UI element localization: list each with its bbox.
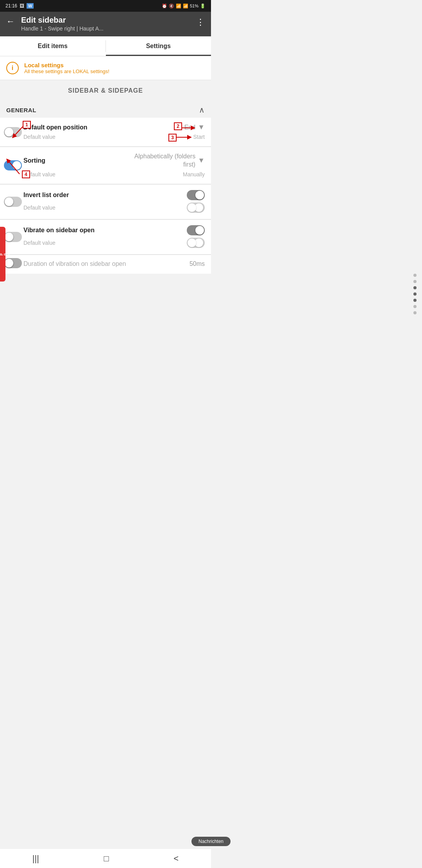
status-right: ⏰ 🔇 📶 📶 51% 🔋 (162, 4, 206, 9)
wifi-icon: 📶 (176, 4, 181, 9)
annotation-4: 4 (22, 170, 30, 178)
mute-icon: 🔇 (169, 4, 174, 9)
battery-display: 51% (190, 4, 198, 8)
photo-icon: 🖼 (20, 3, 24, 9)
toggle-right-invert-list-order[interactable] (187, 190, 205, 200)
annotation-3: 3 (168, 134, 177, 142)
w-icon: W (27, 3, 34, 9)
group-header-general: GENERAL ∧ (0, 100, 211, 118)
setting-label-sorting: Sorting (23, 157, 45, 164)
more-options-button[interactable]: ⋮ (196, 17, 205, 27)
setting-value-vibration-duration: 50ms (190, 260, 205, 267)
handle-label: Apps (0, 253, 11, 256)
toggle-vibrate[interactable] (4, 232, 22, 242)
default-toggle-vibrate (187, 238, 205, 248)
setting-value-default-open-position: End (184, 124, 195, 131)
toggle-default-open-position[interactable] (4, 127, 22, 137)
info-icon: i (6, 62, 19, 74)
local-settings-title: Local settings (24, 62, 109, 68)
default-label-open-position: Default value (23, 134, 55, 140)
annotation-2: 2 (174, 122, 182, 130)
status-bar: 21:16 🖼 W ⏰ 🔇 📶 📶 51% 🔋 (0, 0, 211, 12)
tab-settings[interactable]: Settings (106, 36, 211, 56)
section-header: SIDEBAR & SIDEPAGE (0, 80, 211, 100)
group-label: GENERAL (6, 107, 36, 113)
setting-value-sorting: Alphabetically (folders first) (125, 152, 195, 169)
battery-icon: 🔋 (200, 4, 206, 9)
default-label-vibrate: Default value (23, 240, 55, 246)
setting-row-invert-list-order: Invert list order Default value (0, 184, 211, 219)
back-button[interactable]: ← (6, 16, 15, 27)
setting-row-vibrate: Vibrate on sidebar open Default value (0, 219, 211, 255)
status-left: 21:16 🖼 W (5, 3, 34, 9)
dropdown-arrow-sorting-icon[interactable]: ▼ (198, 156, 205, 165)
alarm-icon: ⏰ (162, 4, 167, 9)
setting-label-invert-list-order: Invert list order (23, 192, 69, 199)
toggle-right-vibrate[interactable] (187, 225, 205, 235)
setting-row-sorting: Sorting Alphabetically (folders first) ▼… (0, 147, 211, 184)
local-settings-subtitle: All these settings are LOKAL settings! (24, 68, 109, 74)
app-bar-title: Edit sidebar (21, 16, 104, 25)
time-display: 21:16 (5, 3, 17, 9)
tab-edit-items[interactable]: Edit items (0, 36, 106, 56)
local-settings-banner: i Local settings All these settings are … (0, 56, 211, 80)
setting-row-default-open-position: Default open position End ▼ Default valu… (0, 118, 211, 147)
dropdown-arrow-icon[interactable]: ▼ (198, 123, 205, 131)
app-bar: ← Edit sidebar Handle 1 - Swipe right | … (0, 12, 211, 36)
setting-label-default-open-position: Default open position (23, 124, 88, 131)
default-value-open-position: Start (193, 134, 205, 140)
setting-label-vibrate: Vibrate on sidebar open (23, 227, 95, 234)
app-bar-subtitle: Handle 1 - Swipe right | Haupt A... (21, 25, 104, 32)
tabs-container: Edit items Settings (0, 36, 211, 56)
default-label-invert: Default value (23, 204, 55, 211)
toggle-sorting[interactable] (4, 160, 22, 170)
setting-label-vibration-duration: Duration of vibration on sidebar open (23, 260, 126, 267)
settings-section: Default open position End ▼ Default valu… (0, 118, 211, 274)
toggle-vibration-duration[interactable] (4, 258, 22, 268)
setting-row-vibration-duration: Duration of vibration on sidebar open 50… (0, 255, 211, 274)
annotation-1: 1 (23, 121, 31, 129)
default-value-sorting: Manually (183, 171, 205, 178)
left-handle[interactable]: Apps (0, 227, 5, 282)
default-toggle-invert (187, 203, 205, 213)
toggle-invert-list-order[interactable] (4, 197, 22, 207)
chevron-up-icon[interactable]: ∧ (199, 105, 205, 115)
signal-icon: 📶 (183, 4, 188, 9)
